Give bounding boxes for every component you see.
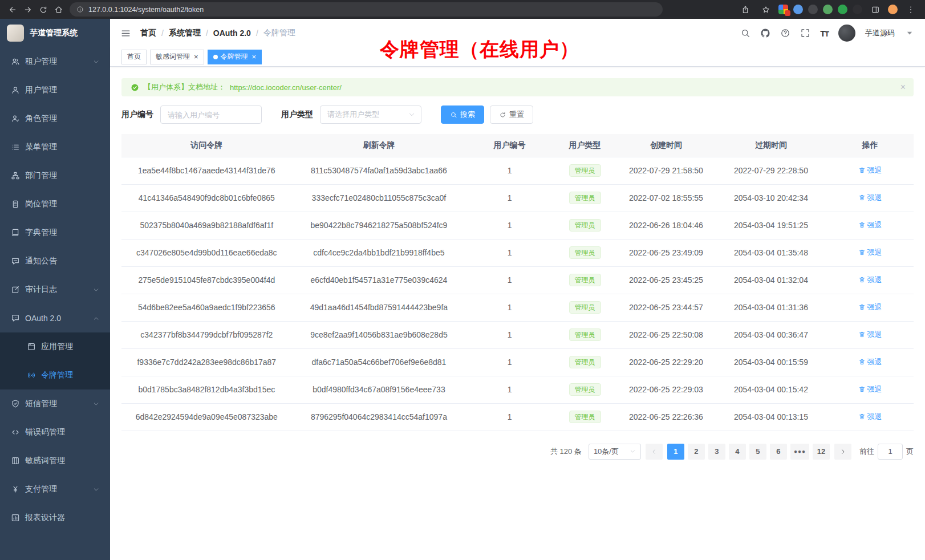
sidebar-item-report-designer[interactable]: 报表设计器 bbox=[0, 504, 110, 532]
expire-time-cell: 2054-03-04 01:32:04 bbox=[716, 266, 826, 294]
sidebar-item-error-code[interactable]: 错误码管理 bbox=[0, 418, 110, 447]
force-logout-button[interactable]: 强退 bbox=[858, 357, 882, 367]
sidebar-item-sensitive-word[interactable]: 敏感词管理 bbox=[0, 447, 110, 475]
user-type-select[interactable]: 请选择用户类型 bbox=[320, 105, 421, 124]
force-logout-button[interactable]: 强退 bbox=[858, 412, 882, 422]
next-page-button[interactable] bbox=[834, 444, 851, 460]
page-button-5[interactable]: 5 bbox=[749, 444, 766, 460]
force-logout-button[interactable]: 强退 bbox=[858, 330, 882, 340]
search-icon bbox=[450, 111, 457, 119]
force-logout-button[interactable]: 强退 bbox=[858, 220, 882, 230]
sidebar-item-label: 字典管理 bbox=[25, 228, 99, 238]
refresh-token-cell: dfa6c71a50a54c66bef706ef9e6e8d81 bbox=[292, 348, 466, 376]
page-size-select[interactable]: 10条/页 bbox=[589, 444, 641, 460]
browser-reload-button[interactable] bbox=[35, 2, 51, 17]
goto-page-input[interactable] bbox=[878, 444, 903, 460]
app-logo[interactable]: 芋道管理系统 bbox=[0, 19, 110, 47]
pagination-total: 共 120 条 bbox=[550, 447, 582, 457]
sidebar-item-label: 敏感词管理 bbox=[25, 456, 99, 466]
sidebar-item-oauth2-token[interactable]: 令牌管理 bbox=[0, 361, 110, 389]
force-logout-button[interactable]: 强退 bbox=[858, 384, 882, 395]
browser-menu-icon[interactable] bbox=[903, 2, 918, 17]
refresh-token-cell: cdfc4ce9c2da4bb1bdf21b9918ff4be5 bbox=[292, 239, 466, 266]
browser-extension-icon[interactable] bbox=[838, 5, 847, 14]
browser-extension-icon[interactable] bbox=[793, 5, 803, 14]
font-size-icon[interactable]: TT bbox=[820, 29, 829, 38]
tab-0[interactable]: 首页 bbox=[121, 50, 147, 64]
browser-extension-icon[interactable] bbox=[808, 5, 818, 14]
force-logout-button[interactable]: 强退 bbox=[858, 193, 882, 203]
search-button[interactable]: 搜索 bbox=[441, 105, 484, 124]
sidebar-item-pay[interactable]: 支付管理 bbox=[0, 475, 110, 504]
split-view-icon[interactable] bbox=[867, 2, 883, 17]
access-token-cell: c347026e805e4d99b0d116eae66eda8c bbox=[121, 239, 292, 266]
force-logout-button[interactable]: 强退 bbox=[858, 275, 882, 285]
sidebar-item-user[interactable]: 用户管理 bbox=[0, 76, 110, 104]
user-avatar[interactable] bbox=[838, 25, 855, 42]
reset-button[interactable]: 重置 bbox=[490, 105, 533, 124]
user-type-badge: 管理员 bbox=[569, 301, 601, 314]
share-icon[interactable] bbox=[737, 2, 753, 17]
browser-extension-icon[interactable] bbox=[778, 5, 788, 14]
sidebar-item-oauth2[interactable]: OAuth 2.0 bbox=[0, 304, 110, 332]
trash-icon bbox=[858, 249, 866, 256]
breadcrumb-item[interactable]: 首页 bbox=[140, 28, 156, 38]
sidebar-collapse-icon[interactable] bbox=[120, 28, 131, 39]
browser-extension-icon[interactable] bbox=[853, 5, 862, 14]
user-type-badge: 管理员 bbox=[569, 274, 601, 286]
user-id-input[interactable] bbox=[160, 105, 262, 124]
sidebar-item-sms[interactable]: 短信管理 bbox=[0, 389, 110, 418]
close-tab-icon[interactable]: × bbox=[194, 53, 198, 60]
table-row: c347026e805e4d99b0d116eae66eda8ccdfc4ce9… bbox=[121, 239, 914, 266]
sidebar-item-audit-log[interactable]: 审计日志 bbox=[0, 275, 110, 304]
pagination: 共 120 条 10条/页 123456●●●12 前往 页 bbox=[121, 444, 914, 460]
page-button-2[interactable]: 2 bbox=[688, 444, 705, 460]
browser-home-button[interactable] bbox=[51, 2, 66, 17]
address-bar[interactable]: 127.0.0.1:1024/system/oauth2/token bbox=[70, 2, 663, 17]
expire-time-cell: 2054-03-04 01:35:48 bbox=[716, 239, 826, 266]
page-button-4[interactable]: 4 bbox=[729, 444, 746, 460]
close-tab-icon[interactable]: × bbox=[252, 53, 257, 60]
force-logout-button[interactable]: 强退 bbox=[858, 165, 882, 176]
breadcrumb-item[interactable]: OAuth 2.0 bbox=[213, 29, 251, 38]
user-type-badge: 管理员 bbox=[569, 383, 601, 396]
alert-close-icon[interactable]: × bbox=[900, 83, 906, 92]
force-logout-button[interactable]: 强退 bbox=[858, 302, 882, 313]
table-row: 275e5de9151045fe87cbdc395e004f4de6cfd40e… bbox=[121, 266, 914, 294]
expire-time-cell: 2054-03-10 20:42:34 bbox=[716, 184, 826, 212]
page-button-3[interactable]: 3 bbox=[708, 444, 725, 460]
force-logout-button[interactable]: 强退 bbox=[858, 247, 882, 258]
topbar: 首页/系统管理/OAuth 2.0/令牌管理 TT 芋道源码 bbox=[110, 19, 925, 47]
arrow-right-icon bbox=[839, 448, 847, 456]
expire-time-cell: 2054-03-04 00:15:42 bbox=[716, 376, 826, 403]
bookmark-star-icon[interactable] bbox=[758, 2, 773, 17]
page-button-1[interactable]: 1 bbox=[667, 444, 684, 460]
create-time-cell: 2022-06-25 22:29:03 bbox=[616, 376, 716, 403]
sidebar-item-label: 审计日志 bbox=[25, 285, 88, 295]
user-menu-caret-icon[interactable] bbox=[904, 28, 915, 38]
sidebar-item-post[interactable]: 岗位管理 bbox=[0, 190, 110, 218]
sidebar-item-notice[interactable]: 通知公告 bbox=[0, 247, 110, 275]
profile-avatar[interactable] bbox=[888, 5, 898, 14]
sidebar-item-dept[interactable]: 部门管理 bbox=[0, 161, 110, 190]
sidebar-item-dict[interactable]: 字典管理 bbox=[0, 218, 110, 247]
sidebar-item-label: 角色管理 bbox=[25, 113, 99, 124]
user-type-badge: 管理员 bbox=[569, 164, 601, 177]
sidebar-item-menu[interactable]: 菜单管理 bbox=[0, 133, 110, 161]
sidebar-item-oauth2-app[interactable]: 应用管理 bbox=[0, 332, 110, 361]
page-button-12[interactable]: 12 bbox=[813, 444, 830, 460]
sidebar-item-role[interactable]: 角色管理 bbox=[0, 104, 110, 133]
tab-2[interactable]: 令牌管理× bbox=[208, 50, 262, 64]
doc-link[interactable]: https://doc.iocoder.cn/user-center/ bbox=[230, 83, 342, 92]
browser-back-button[interactable] bbox=[5, 2, 20, 17]
pager-ellipsis[interactable]: ●●● bbox=[790, 444, 809, 460]
prev-page-button[interactable] bbox=[646, 444, 663, 460]
sidebar-item-tenant[interactable]: 租户管理 bbox=[0, 47, 110, 76]
username[interactable]: 芋道源码 bbox=[865, 28, 895, 38]
browser-forward-button[interactable] bbox=[20, 2, 35, 17]
breadcrumb-item[interactable]: 系统管理 bbox=[169, 28, 201, 38]
tab-1[interactable]: 敏感词管理× bbox=[150, 50, 204, 64]
page-button-6[interactable]: 6 bbox=[770, 444, 787, 460]
browser-extension-icon[interactable] bbox=[823, 5, 833, 14]
user-type-placeholder: 请选择用户类型 bbox=[327, 109, 379, 120]
